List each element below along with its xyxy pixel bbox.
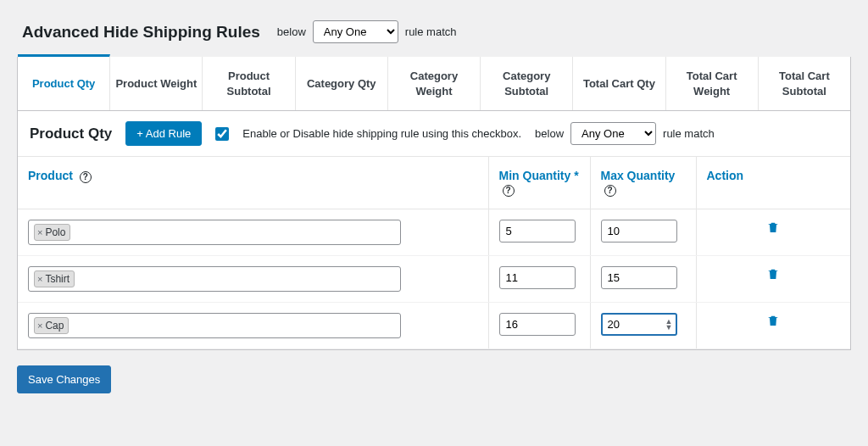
product-tag[interactable]: ×Tshirt (34, 270, 75, 287)
panel-match-select[interactable]: Any One (570, 122, 656, 145)
enable-label: Enable or Disable hide shipping rule usi… (242, 127, 521, 140)
max-quantity-input[interactable] (601, 313, 677, 336)
tab-product-weight[interactable]: Product Weight (110, 57, 203, 110)
rules-table: Product ? Min Quantity * ? Max Quantity … (18, 157, 850, 349)
rule-match-label: rule match (405, 25, 457, 38)
tab-category-subtotal[interactable]: Category Subtotal (481, 57, 573, 110)
header-match-group: below Any One rule match (277, 20, 457, 43)
remove-tag-icon[interactable]: × (36, 321, 44, 331)
product-tag-input[interactable]: ×Tshirt (28, 266, 401, 292)
tab-product-qty[interactable]: Product Qty (18, 54, 110, 110)
col-product: Product ? (18, 157, 488, 209)
below-label: below (277, 25, 306, 38)
tab-total-cart-qty[interactable]: Total Cart Qty (573, 57, 665, 110)
help-icon[interactable]: ? (604, 185, 616, 197)
header-match-select[interactable]: Any One (313, 20, 398, 43)
table-row: ×Tshirt (18, 256, 850, 303)
panel-title: Product Qty (30, 125, 112, 142)
panel-bar: Product Qty + Add Rule Enable or Disable… (18, 111, 850, 157)
page-title: Advanced Hide Shipping Rules (22, 23, 260, 42)
min-quantity-input[interactable] (499, 266, 576, 289)
min-quantity-input[interactable] (499, 220, 576, 243)
min-quantity-input[interactable] (499, 313, 576, 336)
tab-total-cart-weight[interactable]: Total Cart Weight (666, 57, 759, 110)
product-tag-input[interactable]: ×Cap (28, 313, 401, 338)
col-max: Max Quantity ? (590, 157, 696, 209)
product-tag[interactable]: ×Cap (34, 317, 69, 334)
tab-category-weight[interactable]: Category Weight (388, 57, 481, 110)
tab-total-cart-subtotal[interactable]: Total Cart Subtotal (759, 57, 850, 110)
col-action: Action (696, 157, 850, 209)
delete-row-button[interactable] (707, 220, 841, 235)
panel-below-label: below (535, 127, 564, 140)
col-min: Min Quantity * ? (488, 157, 590, 209)
panel: Product Qty + Add Rule Enable or Disable… (17, 111, 851, 350)
product-tag[interactable]: ×Polo (34, 224, 70, 241)
product-tag-input[interactable]: ×Polo (28, 220, 401, 245)
remove-tag-icon[interactable]: × (36, 227, 44, 237)
help-icon[interactable]: ? (503, 185, 515, 197)
header-row: Advanced Hide Shipping Rules below Any O… (17, 17, 851, 57)
panel-rule-match-label: rule match (663, 127, 715, 140)
delete-row-button[interactable] (707, 313, 841, 328)
help-icon[interactable]: ? (80, 171, 92, 183)
panel-match-group: below Any One rule match (535, 122, 715, 145)
max-quantity-input[interactable] (601, 220, 677, 243)
max-quantity-input[interactable] (601, 266, 677, 289)
table-row: ×Polo (18, 209, 850, 256)
remove-tag-icon[interactable]: × (36, 274, 44, 284)
save-changes-button[interactable]: Save Changes (17, 365, 111, 393)
tabs: Product Qty Product Weight Product Subto… (17, 57, 851, 111)
tab-category-qty[interactable]: Category Qty (296, 57, 388, 110)
table-row: ×Cap▲▼ (18, 303, 850, 349)
tab-product-subtotal[interactable]: Product Subtotal (203, 57, 295, 110)
enable-checkbox[interactable] (215, 127, 229, 141)
add-rule-button[interactable]: + Add Rule (125, 121, 202, 146)
delete-row-button[interactable] (707, 266, 841, 282)
